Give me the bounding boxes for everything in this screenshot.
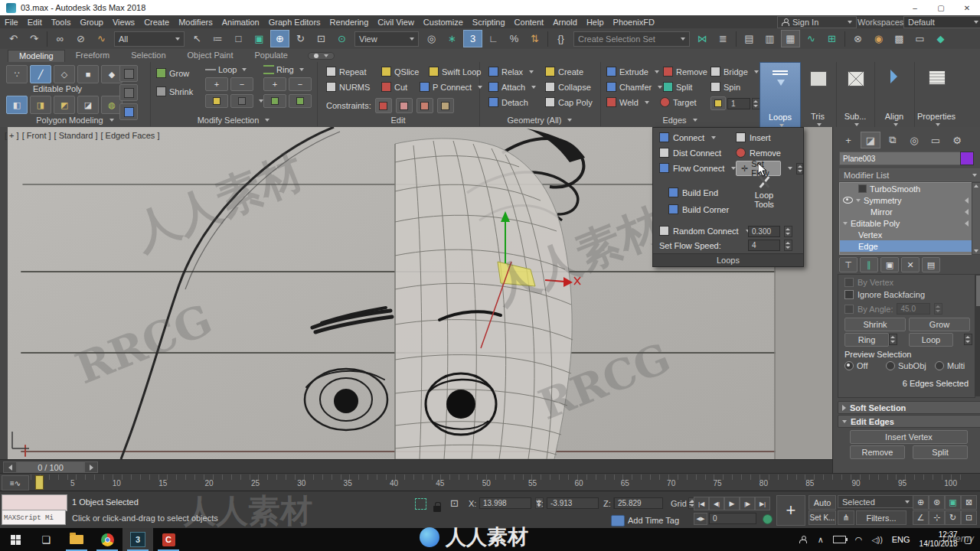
pan-icon[interactable]: ⊹: [929, 510, 945, 525]
shrink-selection-button[interactable]: Shrink: [844, 318, 906, 331]
expand-caret-icon[interactable]: [856, 199, 861, 202]
expand-caret-icon[interactable]: [843, 222, 848, 225]
trackbar-mode-button[interactable]: ≡∿: [2, 475, 29, 491]
remove-button[interactable]: Remove: [676, 67, 707, 77]
use-pivot-center-icon[interactable]: ◎: [422, 30, 441, 47]
split-edge-button[interactable]: Split: [913, 445, 968, 459]
set-key-button[interactable]: Set K...: [808, 510, 836, 525]
render-production-icon[interactable]: ◆: [931, 30, 950, 47]
scene-explorer-icon[interactable]: ▤: [740, 30, 759, 47]
menu-help[interactable]: Help: [582, 18, 609, 27]
edge-mode-icon[interactable]: ╱: [30, 65, 51, 83]
p-connect-button[interactable]: P Connect: [433, 83, 472, 92]
auto-key-button[interactable]: Auto: [808, 495, 836, 510]
3dsmax-taskbar-button[interactable]: 3: [122, 528, 153, 551]
collapse-stack-icon[interactable]: [119, 84, 138, 101]
convert-polygon-icon[interactable]: ◪: [77, 96, 99, 114]
x-coord-field[interactable]: 13.998: [479, 497, 531, 509]
ring-selection-button[interactable]: Ring: [844, 333, 889, 347]
random-connect-menu-item[interactable]: Random Connect: [659, 226, 750, 236]
battery-icon[interactable]: [833, 536, 846, 543]
bind-to-spacewarp-icon[interactable]: ∿: [92, 30, 111, 47]
soft-selection-rollout[interactable]: Soft Selection: [838, 401, 980, 414]
subobject-edge[interactable]: Edge: [840, 240, 972, 252]
pin-stack-button[interactable]: ⊤: [839, 257, 858, 272]
weld-button[interactable]: Weld: [619, 98, 639, 107]
material-editor-icon[interactable]: ◉: [869, 30, 888, 47]
time-configuration-icon[interactable]: [763, 514, 773, 524]
grow-selection-button[interactable]: Grow: [909, 318, 970, 331]
spinner-snap-icon[interactable]: ⇅: [525, 30, 544, 47]
angle-spinner[interactable]: [934, 303, 942, 315]
modifier-off-icon[interactable]: [858, 184, 867, 193]
angle-value-field[interactable]: 45.0: [897, 303, 930, 315]
people-tray-icon[interactable]: [799, 536, 807, 543]
loop-mode-button[interactable]: [205, 94, 228, 108]
create-selection-set-field[interactable]: Create Selection Set: [573, 31, 690, 47]
selection-filter-dropdown[interactable]: All: [114, 31, 185, 47]
tray-expand-icon[interactable]: ∧: [818, 535, 824, 545]
tab-create[interactable]: +: [839, 132, 858, 148]
window-crossing-icon[interactable]: ▣: [250, 30, 269, 47]
scroll-up-icon[interactable]: [974, 184, 978, 187]
insert-menu-item[interactable]: Insert: [736, 132, 771, 142]
modifier-mirror[interactable]: Mirror: [840, 206, 972, 217]
random-value-field[interactable]: 0.300: [748, 226, 780, 237]
pin-stack-icon[interactable]: [119, 65, 138, 82]
convert-edge-icon[interactable]: ◨: [30, 96, 51, 114]
chamfer-button[interactable]: Chamfer: [619, 83, 652, 92]
tab-object-paint[interactable]: Object Paint: [177, 50, 244, 61]
maximize-button[interactable]: ▢: [928, 0, 954, 15]
tab-motion[interactable]: ◎: [905, 132, 923, 148]
loop-tools-menu-item[interactable]: LoopTools: [746, 175, 782, 209]
go-to-end-button[interactable]: ▶|: [755, 497, 770, 510]
ring-button[interactable]: Ring: [276, 65, 294, 74]
menu-create[interactable]: Create: [139, 18, 174, 27]
app-c-button[interactable]: C: [153, 528, 184, 551]
constraint-none-icon[interactable]: [375, 98, 392, 113]
remove-modifier-button[interactable]: ✕: [901, 257, 920, 272]
loop-spinner[interactable]: [964, 334, 972, 345]
close-button[interactable]: ✕: [954, 0, 980, 15]
extrude-button[interactable]: Extrude: [619, 67, 648, 77]
zoom-all-icon[interactable]: ⊛: [929, 495, 945, 510]
collapse-button[interactable]: Collapse: [558, 83, 591, 92]
tab-selection[interactable]: Selection: [120, 50, 176, 61]
edge-count-icon[interactable]: [710, 96, 726, 110]
subobject-vertex[interactable]: Vertex: [840, 229, 972, 240]
flow-connect-menu-item[interactable]: Flow Connect: [659, 163, 736, 173]
render-setup-icon[interactable]: ▩: [890, 30, 909, 47]
ring-mode-button[interactable]: [263, 94, 286, 108]
loop-shrink-button[interactable]: −: [230, 77, 253, 91]
lock-selection-icon[interactable]: [433, 506, 441, 512]
convert-border-icon[interactable]: ◩: [54, 96, 75, 114]
loops-big-button[interactable]: Loops: [760, 62, 801, 131]
section-label-edit[interactable]: Edit: [391, 116, 406, 125]
viewport-menu-general[interactable]: [ + ]: [5, 131, 19, 140]
tab-utilities[interactable]: ⚙: [948, 132, 966, 148]
zoom-extents-icon[interactable]: ▣: [945, 495, 961, 510]
build-corner-menu-item[interactable]: Build Corner: [668, 204, 729, 214]
file-explorer-button[interactable]: [61, 528, 92, 551]
remove-edge-button[interactable]: Remove: [850, 445, 905, 459]
maximize-viewport-icon[interactable]: ⊡: [961, 510, 977, 525]
select-and-scale-icon[interactable]: ⊡: [312, 30, 331, 47]
redo-icon[interactable]: ↷: [24, 30, 44, 47]
workspace-dropdown[interactable]: Default: [903, 16, 980, 28]
rendered-frame-window-icon[interactable]: ▭: [910, 30, 929, 47]
select-by-name-icon[interactable]: ≔: [208, 30, 227, 47]
named-selection-sets-icon[interactable]: {}: [551, 30, 570, 47]
spin-button[interactable]: Spin: [724, 83, 740, 92]
show-end-result-button[interactable]: ∥: [860, 257, 878, 272]
polygon-mode-icon[interactable]: ■: [77, 65, 99, 83]
cut-button[interactable]: Cut: [394, 83, 407, 92]
swift-loop-button[interactable]: Swift Loop: [442, 67, 481, 77]
relax-button[interactable]: Relax: [501, 67, 523, 77]
modifier-symmetry[interactable]: Symmetry: [840, 194, 972, 206]
minimize-button[interactable]: –: [902, 0, 928, 15]
viewport-menu-pov[interactable]: [ Front ]: [22, 131, 51, 140]
menu-customize[interactable]: Customize: [419, 18, 468, 27]
undo-icon[interactable]: ↶: [4, 30, 23, 47]
select-and-place-icon[interactable]: ⊙: [332, 30, 351, 47]
z-coord-field[interactable]: 25.829: [614, 497, 663, 509]
